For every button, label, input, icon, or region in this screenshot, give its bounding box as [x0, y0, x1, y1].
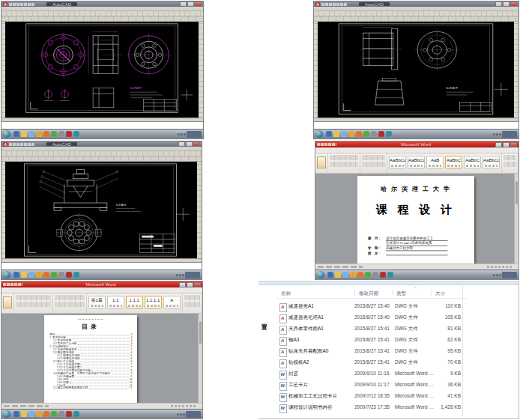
- taskbar-icon[interactable]: [28, 411, 34, 417]
- document-area[interactable]: 目录 序言 3 1. 零件的分析 4 1.1 零件的作用: [1, 314, 202, 403]
- window-controls[interactable]: [495, 1, 517, 7]
- file-row[interactable]: 课程设计说明书内容 2009/7/23 17:35 Microsoft Word…: [276, 403, 466, 414]
- quick-access-toolbar[interactable]: [3, 283, 22, 286]
- style-chip[interactable]: AaBbCcDd: [483, 156, 500, 168]
- minimize-button[interactable]: [495, 1, 502, 7]
- command-line[interactable]: 命令:: [314, 121, 519, 129]
- clipboard-group[interactable]: [315, 153, 328, 173]
- taskbar-icon[interactable]: [378, 131, 384, 137]
- numbering-chip[interactable]: 1.1.1.1: [145, 296, 162, 308]
- minimize-button[interactable]: [178, 141, 185, 147]
- taskbar-icon[interactable]: [36, 272, 42, 278]
- taskbar-icon[interactable]: [21, 411, 27, 417]
- file-name[interactable]: 钻模板A2: [288, 359, 309, 366]
- column-header-size[interactable]: 大小: [435, 290, 445, 297]
- file-name[interactable]: 钻床夹具装配图A0: [288, 348, 328, 355]
- taskbar-icon[interactable]: [341, 131, 347, 137]
- paragraph-group[interactable]: [360, 153, 387, 173]
- taskbar-icon[interactable]: [342, 272, 348, 278]
- file-name[interactable]: 轴A3: [288, 337, 299, 344]
- editing-group[interactable]: [183, 293, 202, 313]
- close-button[interactable]: [510, 1, 517, 7]
- taskbar-icon[interactable]: [43, 411, 49, 417]
- file-row[interactable]: 减速器壳A1 2015/8/27 15:40 DWG 文件 110 KB: [276, 302, 466, 313]
- file-name[interactable]: 工艺卡片: [288, 382, 308, 389]
- file-name[interactable]: 减速器壳A1: [288, 303, 314, 310]
- style-chip[interactable]: AaBbCcDd: [389, 156, 406, 168]
- command-line[interactable]: 命令:: [1, 262, 202, 270]
- taskbar-icon[interactable]: [333, 131, 339, 137]
- file-name[interactable]: 夹具体零件图A1: [288, 326, 324, 332]
- paragraph-group[interactable]: [53, 293, 86, 313]
- toolbar-row-1[interactable]: [1, 151, 202, 156]
- file-row[interactable]: 钻床夹具装配图A0 2015/8/27 15:41 DWG 文件 95 KB: [276, 347, 466, 358]
- file-row[interactable]: 封皮 2009/9/10 11:16 Microsoft Word … 9 KB: [276, 369, 466, 380]
- file-row[interactable]: 机械加工工艺过程卡片 2009/7/12 18:35 Microsoft Wor…: [276, 392, 466, 403]
- column-header-name[interactable]: 名称: [281, 290, 291, 297]
- taskbar-icon[interactable]: [43, 131, 49, 137]
- file-name[interactable]: 封皮: [288, 371, 298, 377]
- font-group[interactable]: [14, 293, 53, 313]
- autocad-logo-icon[interactable]: A: [3, 142, 7, 147]
- taskbar-icon[interactable]: [335, 272, 341, 278]
- file-row[interactable]: 夹具体零件图A1 2015/8/27 15:41 DWG 文件 81 KB: [276, 324, 466, 335]
- taskbar-icon[interactable]: [73, 131, 79, 137]
- file-row[interactable]: 工艺卡片 2009/9/10 11:17 Microsoft Word … 36…: [276, 380, 466, 392]
- window-controls[interactable]: [179, 282, 201, 287]
- document-area[interactable]: 哈 尔 滨 理 工 大 学 课 程 设 计 题 目：设计制定减速器壳零件的加工工…: [315, 174, 519, 264]
- taskbar-icon[interactable]: [58, 272, 64, 278]
- minimize-button[interactable]: [179, 282, 186, 287]
- numbering-chip[interactable]: 1.1.1: [126, 296, 143, 308]
- window-controls[interactable]: [495, 142, 517, 147]
- paste-icon[interactable]: [3, 296, 12, 308]
- system-tray[interactable]: [493, 271, 517, 279]
- taskbar-icon[interactable]: [13, 272, 19, 278]
- file-name[interactable]: 减速器壳毛坯A1: [288, 314, 324, 321]
- taskbar-icon[interactable]: [73, 411, 79, 417]
- taskbar-icon[interactable]: [58, 411, 64, 417]
- taskbar-icon[interactable]: [356, 131, 362, 137]
- toolbar-row-1[interactable]: [1, 11, 203, 16]
- taskbar-icon[interactable]: [348, 131, 354, 137]
- start-button[interactable]: [3, 130, 10, 138]
- maximize-button[interactable]: [503, 1, 510, 7]
- cover-page[interactable]: 哈 尔 滨 理 工 大 学 课 程 设 计 题 目：设计制定减速器壳零件的加工工…: [357, 176, 474, 265]
- drawing-canvas[interactable]: 技术要求: [318, 22, 514, 118]
- window-controls[interactable]: [178, 141, 200, 147]
- start-button[interactable]: [317, 271, 324, 279]
- taskbar-icon[interactable]: [28, 131, 34, 137]
- titlebar[interactable]: A AutoCAD: [314, 1, 519, 7]
- quick-access-toolbar[interactable]: [321, 3, 347, 6]
- taskbar-icon[interactable]: [21, 272, 27, 278]
- taskbar-icon[interactable]: [363, 131, 369, 137]
- maximize-button[interactable]: [187, 1, 194, 7]
- taskbar-icon[interactable]: [372, 272, 378, 278]
- style-chip[interactable]: AaB: [426, 156, 444, 168]
- titlebar[interactable]: Microsoft Word: [315, 141, 519, 147]
- titlebar[interactable]: Microsoft Word: [1, 281, 202, 287]
- toolbar-row-2[interactable]: [314, 16, 519, 22]
- system-tray[interactable]: [177, 410, 201, 418]
- editing-group[interactable]: [502, 153, 519, 173]
- toolbar-row-1[interactable]: [314, 11, 519, 16]
- taskbar-icon[interactable]: [371, 131, 377, 137]
- drawing-canvas[interactable]: 技术要求: [5, 22, 199, 118]
- right-toolbar[interactable]: [514, 22, 519, 118]
- maximize-button[interactable]: [187, 282, 193, 287]
- style-chip[interactable]: AaBbC: [464, 156, 481, 168]
- file-name[interactable]: 机械加工工艺过程卡片: [288, 393, 337, 400]
- system-tray[interactable]: [176, 271, 200, 279]
- font-group[interactable]: [328, 153, 360, 173]
- quick-access-toolbar[interactable]: [9, 143, 34, 146]
- taskbar-icon[interactable]: [380, 272, 386, 278]
- quick-access-toolbar[interactable]: [317, 143, 336, 146]
- taskbar-icon[interactable]: [66, 131, 72, 137]
- column-header-type[interactable]: 类型: [396, 290, 406, 297]
- titlebar[interactable]: A AutoCAD: [1, 1, 203, 7]
- style-chip[interactable]: AaBbC: [445, 156, 462, 168]
- toc-entry[interactable]: 2.5 确定切削用量及基本工时 11: [49, 386, 132, 389]
- status-bar[interactable]: [1, 403, 202, 409]
- taskbar-icon[interactable]: [350, 272, 356, 278]
- start-button[interactable]: [3, 271, 10, 279]
- taskbar-icon[interactable]: [357, 272, 363, 278]
